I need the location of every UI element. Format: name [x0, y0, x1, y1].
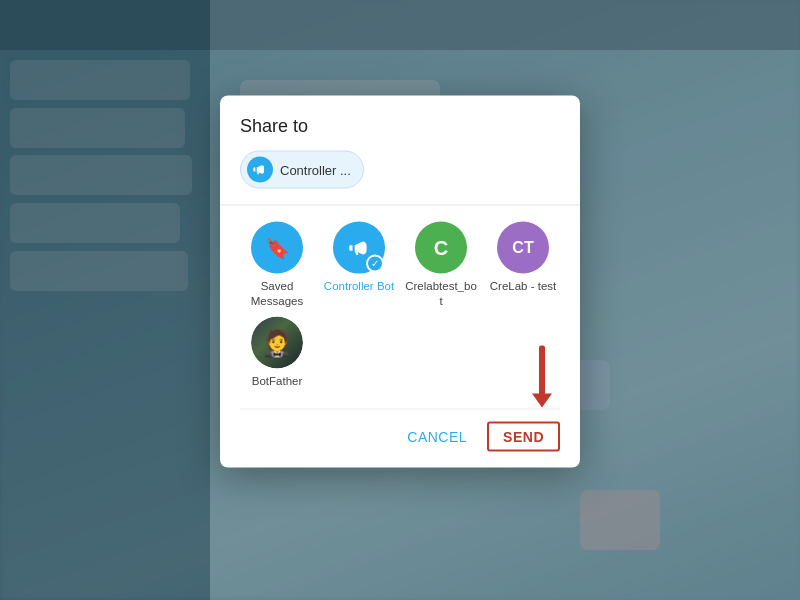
- avatar-controller: ✓: [333, 222, 385, 274]
- selected-check: ✓: [366, 255, 384, 273]
- contacts-grid: 🔖 Saved Messages ✓ Controller Bot C: [240, 222, 560, 389]
- contact-name-botfather: BotFather: [252, 373, 303, 388]
- contact-crelab[interactable]: CT CreLab - test: [486, 222, 560, 309]
- megaphone-small-icon: [252, 162, 268, 178]
- contact-controller-bot[interactable]: ✓ Controller Bot: [322, 222, 396, 309]
- crelab-letter: CT: [512, 239, 533, 257]
- cancel-button[interactable]: CANCEL: [395, 422, 479, 450]
- arrow-stem: [539, 345, 545, 395]
- arrow-head: [532, 393, 552, 407]
- send-button[interactable]: SEND: [487, 421, 560, 451]
- share-dialog: Share to Controller ... 🔖 Saved Messages: [220, 96, 580, 468]
- avatar-crelab: CT: [497, 222, 549, 274]
- avatar-saved: 🔖: [251, 222, 303, 274]
- contact-name-saved: Saved Messages: [240, 279, 314, 309]
- botfather-image: 🤵: [251, 316, 303, 368]
- avatar-botfather: 🤵: [251, 316, 303, 368]
- selected-recipient-pill[interactable]: Controller ...: [240, 151, 364, 189]
- contact-name-controller: Controller Bot: [324, 279, 394, 294]
- contact-name-crelabtest: Crelabtest_bot: [404, 279, 478, 309]
- pill-label: Controller ...: [280, 162, 351, 177]
- dialog-footer: CANCEL SEND: [240, 408, 560, 451]
- dialog-title: Share to: [240, 116, 560, 137]
- contact-saved-messages[interactable]: 🔖 Saved Messages: [240, 222, 314, 309]
- crelabtest-letter: C: [434, 236, 448, 259]
- contact-name-crelab: CreLab - test: [490, 279, 556, 294]
- contact-botfather[interactable]: 🤵 BotFather: [240, 316, 314, 388]
- contact-crelabtest[interactable]: C Crelabtest_bot: [404, 222, 478, 309]
- avatar-crelabtest: C: [415, 222, 467, 274]
- arrow-annotation: [532, 345, 552, 407]
- divider: [220, 205, 580, 206]
- pill-icon: [247, 157, 273, 183]
- bookmark-icon: 🔖: [265, 236, 290, 260]
